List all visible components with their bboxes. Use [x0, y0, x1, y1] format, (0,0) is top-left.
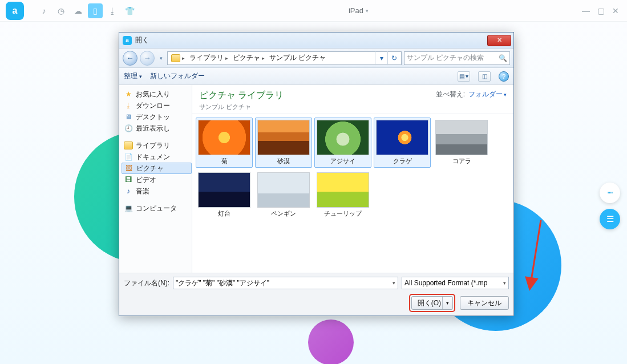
- nav-recent[interactable]: 🕘最近表示し: [122, 123, 192, 134]
- back-button[interactable]: ←: [123, 51, 137, 66]
- app-logo-icon: a: [6, 2, 24, 20]
- format-select[interactable]: All Supported Format (*.mp ▾: [402, 277, 509, 289]
- picture-icon: 🖼: [124, 164, 134, 173]
- path-seg-sample[interactable]: サンプル ピクチャ: [269, 53, 326, 63]
- chevron-down-icon[interactable]: ▾: [393, 280, 395, 286]
- app-title-text: iPad: [349, 6, 363, 15]
- thumbnail-item[interactable]: コアラ: [433, 118, 490, 168]
- open-button-highlight: 開く(O) ▾: [409, 294, 455, 312]
- nav-libraries[interactable]: ライブラリ: [122, 140, 192, 151]
- nav-computer[interactable]: 💻コンピュータ: [122, 203, 192, 214]
- star-icon: ★: [124, 90, 133, 99]
- sort-dropdown[interactable]: フォルダー▾: [468, 90, 507, 99]
- thumbnail-item[interactable]: 砂漠: [255, 118, 312, 168]
- thumbnail-item[interactable]: クラゲ: [374, 118, 431, 168]
- thumbnails-area[interactable]: 菊砂漠アジサイクラゲコアラ灯台ペンギンチューリップ: [192, 114, 513, 273]
- path-box[interactable]: ▸ ライブラリ▸ ピクチャ▸ サンプル ピクチャ ▾ ↻: [167, 51, 402, 65]
- window-controls: — ▢ ✕: [580, 6, 621, 15]
- thumbnail-label: 砂漠: [257, 157, 310, 165]
- nav-documents[interactable]: 📄ドキュメン: [122, 151, 192, 163]
- thumbnail-image: [317, 172, 369, 208]
- nav-music[interactable]: ♪音楽: [122, 185, 192, 197]
- thumbnail-item[interactable]: チューリップ: [314, 170, 371, 220]
- library-subheading: サンプル ピクチャ: [199, 103, 284, 111]
- download-icon[interactable]: ⭳: [105, 3, 120, 18]
- path-seg-library[interactable]: ライブラリ: [189, 53, 224, 63]
- bubble-purple[interactable]: [308, 319, 354, 364]
- thumbnail-label: 菊: [198, 157, 250, 165]
- refresh-button[interactable]: ↻: [387, 51, 400, 65]
- forward-button[interactable]: →: [140, 51, 155, 66]
- organize-button[interactable]: 整理▾: [124, 71, 142, 81]
- thumbnail-image: [317, 120, 369, 155]
- nav-pictures[interactable]: 🖼ピクチャ: [122, 163, 192, 174]
- thumbnail-image: [257, 120, 310, 155]
- device-icon[interactable]: ▯: [88, 3, 103, 18]
- close-button[interactable]: ✕: [610, 6, 621, 15]
- filename-value: "クラゲ" "菊" "砂漠" "アジサイ": [176, 278, 269, 288]
- dialog-bottom: ファイル名(N): "クラゲ" "菊" "砂漠" "アジサイ" ▾ All Su…: [119, 273, 513, 316]
- desktop-icon: 🖥: [124, 112, 133, 122]
- thumbnail-item[interactable]: ペンギン: [255, 170, 312, 220]
- path-dropdown-icon[interactable]: ▾: [375, 51, 387, 65]
- chevron-down-icon: ▾: [366, 8, 369, 14]
- thumbnail-image: [198, 172, 250, 208]
- new-folder-button[interactable]: 新しいフォルダー: [150, 71, 205, 81]
- thumbnail-label: アジサイ: [317, 157, 369, 165]
- fab-column: ┉ ☰: [600, 183, 620, 229]
- dialog-toolbar: 整理▾ 新しいフォルダー ▤ ▾ ◫ ?: [119, 68, 513, 85]
- thumbnail-label: コアラ: [435, 157, 488, 165]
- dialog-titlebar: a 開く ✕: [119, 33, 513, 48]
- video-icon: 🎞: [124, 175, 133, 184]
- nav-videos[interactable]: 🎞ビデオ: [122, 174, 192, 185]
- nav-favorites[interactable]: ★お気に入り: [122, 88, 192, 100]
- search-icon: 🔍: [499, 54, 507, 62]
- filename-label: ファイル名(N):: [124, 278, 169, 288]
- nav-history-dropdown[interactable]: ▾: [157, 51, 165, 66]
- open-dialog: a 開く ✕ ← → ▾ ▸ ライブラリ▸ ピクチャ▸ サンプル ピクチャ ▾ …: [119, 32, 514, 316]
- library-heading: ピクチャ ライブラリ: [199, 90, 284, 102]
- clock-icon[interactable]: ◷: [54, 3, 68, 18]
- open-split-dropdown[interactable]: ▾: [442, 297, 452, 309]
- thumbnail-label: クラゲ: [376, 157, 428, 165]
- preview-pane-button[interactable]: ◫: [478, 71, 491, 82]
- shirt-icon[interactable]: 👕: [122, 3, 137, 18]
- format-value: All Supported Format (*.mp: [404, 279, 487, 287]
- toolbox-fab-icon[interactable]: ☰: [600, 209, 620, 229]
- nav-pane: ★お気に入り ⭳ダウンロー 🖥デスクトッ 🕘最近表示し ライブラリ 📄ドキュメン…: [119, 85, 192, 273]
- dialog-close-button[interactable]: ✕: [487, 35, 511, 46]
- view-mode-button[interactable]: ▤ ▾: [458, 71, 470, 82]
- cloud-icon[interactable]: ☁: [71, 3, 86, 18]
- maximize-button[interactable]: ▢: [595, 6, 606, 15]
- search-input[interactable]: サンプル ピクチャの検索 🔍: [404, 51, 510, 65]
- thumbnail-item[interactable]: アジサイ: [314, 118, 371, 168]
- thumbnail-image: [257, 172, 310, 208]
- minimize-button[interactable]: —: [580, 6, 592, 15]
- thumbnail-image: [376, 120, 428, 155]
- computer-icon: 💻: [124, 204, 133, 213]
- cancel-button[interactable]: キャンセル: [460, 296, 509, 310]
- dialog-content: ピクチャ ライブラリ サンプル ピクチャ 並べ替え: フォルダー▾ 菊砂漠アジサ…: [192, 85, 513, 273]
- dialog-title: 開く: [135, 35, 487, 45]
- grid-fab-icon[interactable]: ┉: [600, 183, 620, 203]
- app-title[interactable]: iPad ▾: [137, 6, 580, 15]
- path-seg-pictures[interactable]: ピクチャ: [233, 53, 260, 63]
- filename-input[interactable]: "クラゲ" "菊" "砂漠" "アジサイ" ▾: [173, 277, 398, 289]
- search-placeholder: サンプル ピクチャの検索: [407, 53, 484, 63]
- thumbnail-label: ペンギン: [257, 209, 310, 218]
- folder-icon: [124, 141, 133, 149]
- open-button[interactable]: 開く(O) ▾: [411, 296, 453, 310]
- chevron-down-icon[interactable]: ▾: [503, 280, 506, 286]
- thumbnail-image: [435, 120, 488, 155]
- folder-icon: [171, 54, 180, 62]
- music-icon[interactable]: ♪: [37, 3, 51, 18]
- thumbnail-item[interactable]: 菊: [196, 118, 253, 168]
- app-toolbar: ♪ ◷ ☁ ▯ ⭳ 👕: [37, 3, 137, 18]
- nav-desktop[interactable]: 🖥デスクトッ: [122, 111, 192, 123]
- thumbnail-item[interactable]: 灯台: [196, 170, 253, 220]
- app-titlebar: a ♪ ◷ ☁ ▯ ⭳ 👕 iPad ▾ — ▢ ✕: [0, 0, 627, 22]
- thumbnail-image: [198, 120, 250, 155]
- nav-downloads[interactable]: ⭳ダウンロー: [122, 100, 192, 111]
- dialog-address-bar: ← → ▾ ▸ ライブラリ▸ ピクチャ▸ サンプル ピクチャ ▾ ↻ サンプル …: [119, 48, 513, 68]
- help-icon[interactable]: ?: [499, 71, 509, 82]
